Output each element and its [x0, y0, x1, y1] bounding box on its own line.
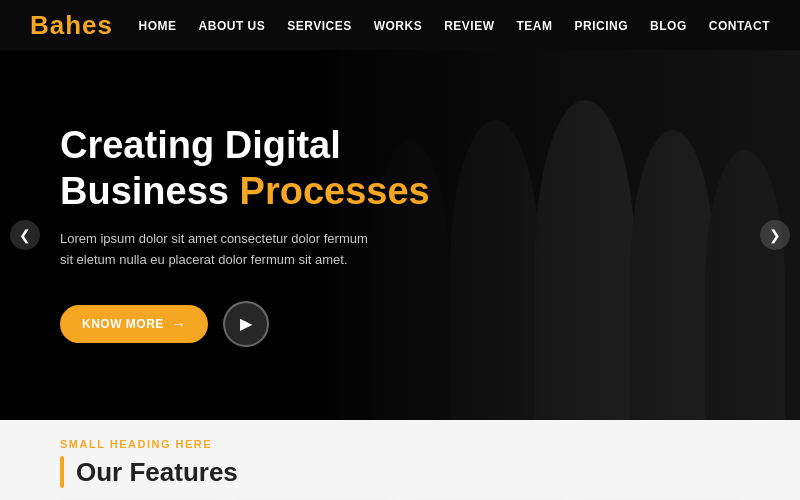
features-section: SMALL HEADING HERE Our Features	[0, 420, 800, 500]
nav-link-home[interactable]: HOME	[139, 19, 177, 33]
nav-link-review[interactable]: REVIEW	[444, 19, 494, 33]
features-border-accent	[60, 456, 64, 488]
hero-title-line1: Creating Digital	[60, 124, 341, 166]
slide-prev-button[interactable]: ❮	[10, 220, 40, 250]
nav-links: HOME ABOUT US SERVICES WORKS REVIEW TEAM…	[139, 16, 770, 34]
nav-link-works[interactable]: WORKS	[374, 19, 423, 33]
nav-link-about[interactable]: ABOUT US	[199, 19, 266, 33]
hero-section: ❮ Creating Digital Business Processes Lo…	[0, 50, 800, 420]
hero-title-line2: Business	[60, 170, 240, 212]
slide-next-button[interactable]: ❯	[760, 220, 790, 250]
nav-item-services[interactable]: SERVICES	[287, 16, 351, 34]
nav-item-blog[interactable]: BLOG	[650, 16, 687, 34]
hero-subtitle: Lorem ipsum dolor sit amet consectetur d…	[60, 229, 380, 271]
nav-item-contact[interactable]: CONTACT	[709, 16, 770, 34]
nav-item-pricing[interactable]: PRICING	[575, 16, 629, 34]
features-heading: Our Features	[76, 457, 238, 488]
know-more-button[interactable]: KNOW MORE →	[60, 305, 208, 343]
hero-title-highlight: Processes	[240, 170, 430, 212]
nav-item-review[interactable]: REVIEW	[444, 16, 494, 34]
logo[interactable]: Bahes	[30, 10, 113, 41]
play-button[interactable]: ▶	[223, 301, 269, 347]
arrow-icon: →	[172, 316, 187, 332]
navbar: Bahes HOME ABOUT US SERVICES WORKS REVIE…	[0, 0, 800, 50]
features-heading-wrapper: Our Features	[60, 456, 740, 488]
nav-item-home[interactable]: HOME	[139, 16, 177, 34]
nav-link-contact[interactable]: CONTACT	[709, 19, 770, 33]
features-small-heading: SMALL HEADING HERE	[60, 438, 740, 450]
nav-link-pricing[interactable]: PRICING	[575, 19, 629, 33]
hero-title: Creating Digital Business Processes	[60, 123, 430, 214]
nav-link-blog[interactable]: BLOG	[650, 19, 687, 33]
hero-actions: KNOW MORE → ▶	[60, 301, 430, 347]
play-icon: ▶	[240, 314, 252, 333]
know-more-label: KNOW MORE	[82, 317, 164, 331]
nav-item-about[interactable]: ABOUT US	[199, 16, 266, 34]
nav-item-team[interactable]: TEAM	[517, 16, 553, 34]
nav-link-team[interactable]: TEAM	[517, 19, 553, 33]
nav-link-services[interactable]: SERVICES	[287, 19, 351, 33]
nav-item-works[interactable]: WORKS	[374, 16, 423, 34]
hero-content: Creating Digital Business Processes Lore…	[60, 123, 430, 347]
